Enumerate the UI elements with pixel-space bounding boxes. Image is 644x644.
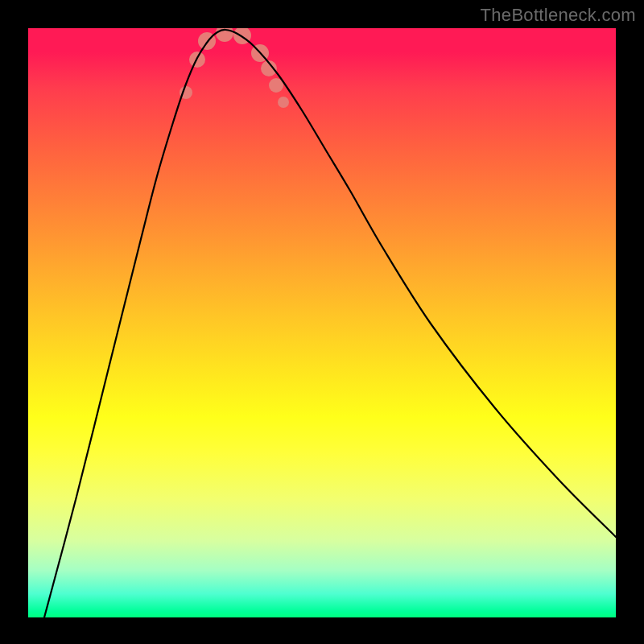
curve-svg [28,28,616,617]
chart-frame: TheBottleneck.com [0,0,644,644]
watermark-text: TheBottleneck.com [481,5,636,26]
curve-marker [278,97,289,108]
bottleneck-curve [44,30,616,617]
plot-area [28,28,616,617]
